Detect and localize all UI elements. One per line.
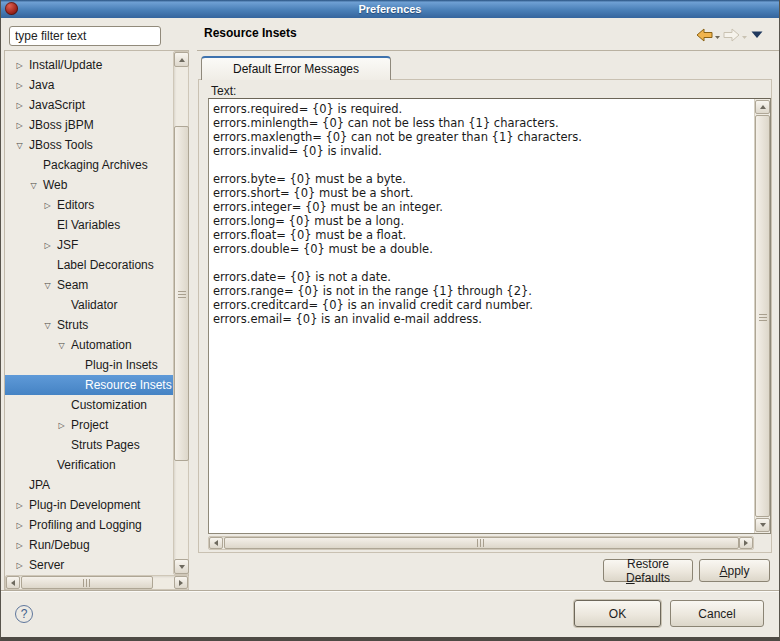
tree-item-jboss-jbpm[interactable]: ▷JBoss jBPM bbox=[5, 115, 173, 135]
up-arrow-icon bbox=[760, 105, 766, 109]
collapse-arrow-icon[interactable]: ▽ bbox=[55, 341, 68, 350]
tree-item-jsf[interactable]: ▷JSF bbox=[5, 235, 173, 255]
tree-item-label: Editors bbox=[57, 198, 94, 212]
ok-button[interactable]: OK bbox=[574, 600, 661, 627]
down-arrow-icon bbox=[760, 523, 766, 527]
tree-item-jpa[interactable]: JPA bbox=[5, 475, 173, 495]
scroll-down-button[interactable] bbox=[755, 518, 770, 532]
tree-item-label: JBoss jBPM bbox=[29, 118, 94, 132]
scroll-up-button[interactable] bbox=[755, 100, 770, 114]
window-icon bbox=[5, 2, 18, 15]
expand-arrow-icon[interactable]: ▷ bbox=[13, 121, 26, 130]
tree-item-struts-pages[interactable]: Struts Pages bbox=[5, 435, 173, 455]
restore-defaults-button[interactable]: Restore Defaults bbox=[603, 559, 693, 582]
expand-arrow-icon[interactable]: ▷ bbox=[13, 541, 26, 550]
expand-arrow-icon[interactable]: ▷ bbox=[13, 81, 26, 90]
tree-item-el-variables[interactable]: El Variables bbox=[5, 215, 173, 235]
expand-arrow-icon[interactable]: ▷ bbox=[55, 421, 68, 430]
expand-arrow-icon[interactable]: ▷ bbox=[13, 561, 26, 570]
help-icon: ? bbox=[21, 607, 28, 621]
window-title: Preferences bbox=[1, 0, 779, 18]
tab-default-error-messages[interactable]: Default Error Messages bbox=[201, 56, 391, 80]
tree-item-run-debug[interactable]: ▷Run/Debug bbox=[5, 535, 173, 555]
forward-arrow-icon bbox=[723, 28, 740, 42]
apply-button[interactable]: Apply bbox=[699, 559, 770, 582]
expand-arrow-icon[interactable]: ▷ bbox=[13, 521, 26, 530]
scroll-down-button[interactable] bbox=[174, 559, 189, 574]
tree-vertical-scrollbar[interactable] bbox=[173, 51, 189, 575]
tree-item-label-decorations[interactable]: Label Decorations bbox=[5, 255, 173, 275]
expand-arrow-icon[interactable]: ▷ bbox=[41, 241, 54, 250]
collapse-arrow-icon[interactable]: ▽ bbox=[27, 181, 40, 190]
tree-item-server[interactable]: ▷Server bbox=[5, 555, 173, 575]
tree-item-install-update[interactable]: ▷Install/Update bbox=[5, 55, 173, 75]
tree-item-plug-in-development[interactable]: ▷Plug-in Development bbox=[5, 495, 173, 515]
left-arrow-icon bbox=[11, 580, 15, 586]
tab-label: Default Error Messages bbox=[233, 62, 359, 76]
tree-item-customization[interactable]: Customization bbox=[5, 395, 173, 415]
scroll-right-button[interactable] bbox=[174, 576, 188, 589]
tree-item-web[interactable]: ▽Web bbox=[5, 175, 173, 195]
error-messages-text[interactable]: errors.required= {0} is required. errors… bbox=[213, 102, 752, 531]
expand-arrow-icon[interactable]: ▷ bbox=[13, 501, 26, 510]
tree-item-struts[interactable]: ▽Struts bbox=[5, 315, 173, 335]
expand-arrow-icon[interactable]: ▷ bbox=[13, 61, 26, 70]
tree-item-editors[interactable]: ▷Editors bbox=[5, 195, 173, 215]
tree-item-javascript[interactable]: ▷JavaScript bbox=[5, 95, 173, 115]
cancel-button[interactable]: Cancel bbox=[670, 600, 764, 627]
tree-item-label: JavaScript bbox=[29, 98, 85, 112]
left-arrow-icon bbox=[214, 540, 218, 546]
preferences-tree: ▷Install/Update▷Java▷JavaScript▷JBoss jB… bbox=[4, 50, 189, 590]
tree-item-label: Server bbox=[29, 558, 64, 572]
tree-item-automation[interactable]: ▽Automation bbox=[5, 335, 173, 355]
tree-item-label: Packaging Archives bbox=[43, 158, 148, 172]
tree-item-validator[interactable]: Validator bbox=[5, 295, 173, 315]
tree-item-label: JBoss Tools bbox=[29, 138, 93, 152]
tree-item-label: JPA bbox=[29, 478, 50, 492]
view-menu-button[interactable] bbox=[751, 31, 763, 39]
filter-input[interactable] bbox=[9, 26, 161, 46]
collapse-arrow-icon[interactable]: ▽ bbox=[41, 281, 54, 290]
expand-arrow-icon[interactable]: ▷ bbox=[41, 201, 54, 210]
tree-item-label: Verification bbox=[57, 458, 116, 472]
error-messages-textarea[interactable]: errors.required= {0} is required. errors… bbox=[208, 98, 771, 534]
tree-item-seam[interactable]: ▽Seam bbox=[5, 275, 173, 295]
tree-item-label: JSF bbox=[57, 238, 78, 252]
scroll-up-button[interactable] bbox=[174, 52, 189, 67]
help-button[interactable]: ? bbox=[15, 605, 33, 623]
back-button[interactable] bbox=[696, 28, 721, 42]
tree-item-label: Resource Insets bbox=[85, 378, 172, 392]
titlebar[interactable]: Preferences bbox=[1, 0, 779, 18]
forward-button[interactable] bbox=[723, 28, 748, 42]
scrollbar-thumb[interactable] bbox=[224, 537, 739, 549]
tree-item-packaging-archives[interactable]: Packaging Archives bbox=[5, 155, 173, 175]
scrollbar-thumb[interactable] bbox=[174, 126, 189, 461]
tree-horizontal-scrollbar[interactable] bbox=[5, 575, 189, 590]
tree-item-project[interactable]: ▷Project bbox=[5, 415, 173, 435]
tree-item-jboss-tools[interactable]: ▽JBoss Tools bbox=[5, 135, 173, 155]
textarea-vertical-scrollbar[interactable] bbox=[754, 99, 770, 533]
textarea-horizontal-scrollbar[interactable] bbox=[208, 536, 754, 550]
expand-arrow-icon[interactable]: ▷ bbox=[13, 101, 26, 110]
scroll-left-button[interactable] bbox=[6, 576, 20, 589]
tree-item-label: Run/Debug bbox=[29, 538, 90, 552]
tree-item-verification[interactable]: Verification bbox=[5, 455, 173, 475]
collapse-arrow-icon[interactable]: ▽ bbox=[13, 141, 26, 150]
scrollbar-thumb[interactable] bbox=[21, 576, 153, 589]
tree-item-profiling-and-logging[interactable]: ▷Profiling and Logging bbox=[5, 515, 173, 535]
tree-item-label: Web bbox=[43, 178, 67, 192]
collapse-arrow-icon[interactable]: ▽ bbox=[41, 321, 54, 330]
tree-item-label: Java bbox=[29, 78, 54, 92]
scrollbar-thumb[interactable] bbox=[755, 115, 770, 517]
tree-item-resource-insets[interactable]: Resource Insets bbox=[5, 375, 173, 395]
scroll-right-button[interactable] bbox=[739, 537, 753, 549]
scroll-left-button[interactable] bbox=[209, 537, 223, 549]
tree-item-label: Validator bbox=[71, 298, 117, 312]
thumb-grip bbox=[477, 539, 486, 547]
tree-item-label: Plug-in Development bbox=[29, 498, 140, 512]
up-arrow-icon bbox=[179, 58, 185, 62]
tree-item-label: Plug-in Insets bbox=[85, 358, 158, 372]
tree-item-java[interactable]: ▷Java bbox=[5, 75, 173, 95]
tree-item-plug-in-insets[interactable]: Plug-in Insets bbox=[5, 355, 173, 375]
header-separator bbox=[197, 50, 780, 51]
